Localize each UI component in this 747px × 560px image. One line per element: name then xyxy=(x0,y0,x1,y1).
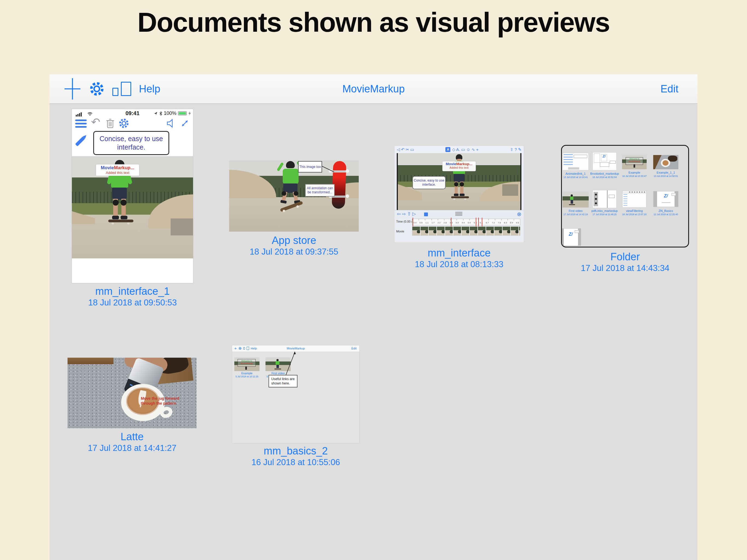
folder-item-date: 17 Jul 2018 at 11:46:25 xyxy=(589,213,620,216)
mini-overlay-line1: Welcome to xyxy=(238,359,255,362)
editor-toolbar: ◁ ↶ ✂ ▭ A ◇ A. ▭ ☺ ∿ + ⇧ ? ✎ xyxy=(394,146,524,153)
document-card-latte[interactable]: Move the jug forward through the pattern xyxy=(68,358,197,428)
folder-item-thumb-brookebot: Z/ xyxy=(593,152,617,170)
folder-card[interactable]: Z/ Welcome to MovieMarkup AnimatedI xyxy=(561,145,689,248)
overlay-subtitle: Added this text xyxy=(442,166,476,169)
document-card-mm_basics_2[interactable]: + Help MovieMarkup Edit W xyxy=(232,345,360,443)
ruler-tick-label: 1.7 xyxy=(432,222,435,224)
document-name: App store xyxy=(229,234,359,247)
overlay-title-red: Markup... xyxy=(456,162,472,166)
folder-item-thumb-viewfiltering xyxy=(622,190,646,207)
skatepark-photo: MovieMarkup... Added this text xyxy=(72,156,193,258)
folder-item-thumb-example_1_1 xyxy=(653,155,678,169)
text-tool-icon: A xyxy=(445,147,450,152)
timeline-panel: Time (0.00 s) Movie 0.00.61.11.72.22.83.… xyxy=(394,218,524,242)
mini-doc-date: 5 Jul 2018 at 10:11:25 xyxy=(232,375,263,378)
ruler-tick-label: 7.8 xyxy=(498,222,501,224)
document-date: 17 Jul 2018 at 14:41:27 xyxy=(68,443,197,453)
editor-right-icons: ⇧ ? ✎ xyxy=(510,147,521,152)
timeline-control-bar: ⇦ ⇨ ⇧ ▷ ⊗ xyxy=(394,210,524,218)
document-label: Latte 17 Jul 2018 at 14:41:27 xyxy=(68,430,197,453)
moviemarkup-overlay-label: MovieMarkup... Added this text xyxy=(96,164,139,176)
folder-item-thumb-znbasics: Z/ xyxy=(653,191,678,207)
folder-item-name: Brookebot_markedup xyxy=(589,172,620,176)
folder-item-date: 16 Jul 2018 at 20:52:04 xyxy=(589,176,620,179)
ruler-tick-label: 6.7 xyxy=(486,222,489,224)
annotation-box: Useful links are shown here. xyxy=(268,375,298,387)
speaker-icon xyxy=(167,119,176,128)
phone-status-bar: 09:41 100% xyxy=(72,109,193,117)
mini-app-toolbar: + Help MovieMarkup Edit xyxy=(232,345,359,352)
editor-toolbar: ↶ xyxy=(72,117,193,130)
document-card-mm_interface[interactable]: ◁ ↶ ✂ ▭ A ◇ A. ▭ ☺ ∿ + ⇧ ? ✎ xyxy=(394,146,524,242)
video-edge-bar xyxy=(397,153,398,210)
editor-center-icons: A ◇ A. ▭ ☺ ∿ + xyxy=(445,147,479,152)
document-name: Folder xyxy=(561,251,689,263)
document-label: mm_basics_2 16 Jul 2018 at 10:55:06 xyxy=(232,444,360,467)
overlay-title-red: Markup... xyxy=(114,165,134,170)
location-arrow-icon xyxy=(154,111,158,116)
battery-icon xyxy=(178,111,187,116)
annotation-box: This image too xyxy=(298,161,322,173)
playhead-marker xyxy=(482,218,482,228)
ruler-tick-label: 5.0 xyxy=(468,222,470,224)
document-date: 17 Jul 2018 at 14:43:34 xyxy=(561,263,689,273)
folder-item-name: ZN_Basics xyxy=(650,209,681,213)
ruler-tick-label: 2.8 xyxy=(443,222,446,224)
screenshot-root: Documents shown as visual previews Help xyxy=(0,0,747,560)
mini-doc-name: Example xyxy=(234,372,259,375)
edit-button[interactable]: Edit xyxy=(661,83,678,95)
mini-edit-label: Edit xyxy=(351,347,357,350)
document-card-app-store[interactable]: This image too All annotation can be tra… xyxy=(229,160,359,232)
concrete-ledge xyxy=(171,219,193,235)
document-card-mm_interface_1[interactable]: 09:41 100% xyxy=(72,109,193,283)
timeline-nav-icons: ⇦ ⇨ ⇧ ▷ xyxy=(397,211,416,217)
document-label: Folder 17 Jul 2018 at 14:43:34 xyxy=(561,251,689,273)
playhead-marker xyxy=(478,218,479,228)
battery-percent: 100% xyxy=(164,110,176,116)
resize-arrows-icon xyxy=(180,119,189,128)
overlay-title-blue: Movie xyxy=(101,165,114,170)
document-date: 16 Jul 2018 at 10:55:06 xyxy=(232,457,360,467)
folder-item-thumb-animatedink xyxy=(562,153,589,170)
document-date: 18 Jul 2018 at 08:13:33 xyxy=(394,259,524,269)
mini-app-title: MovieMarkup xyxy=(232,347,359,350)
overlay-title-blue: Movie xyxy=(446,162,456,166)
folder-item-date: 13 Jul 2018 at 14:50:01 xyxy=(650,175,681,177)
ruler-tick-label: 0.6 xyxy=(419,222,422,224)
menu-icon xyxy=(75,120,87,128)
red-annotation-text: Move the jug forward through the pattern xyxy=(141,396,186,406)
document-name: Latte xyxy=(68,430,197,443)
playhead-marker xyxy=(451,218,452,228)
document-label: mm_interface 18 Jul 2018 at 08:13:33 xyxy=(394,247,524,269)
page-title: Documents shown as visual previews xyxy=(0,6,747,38)
ruler-tick-label: 0.0 xyxy=(413,222,416,224)
mini-overlay-line1: Welcome to xyxy=(626,157,643,160)
skatepark-photo: This image too All annotation can be tra… xyxy=(229,160,359,232)
video-edge-bar xyxy=(520,153,521,210)
folder-item-date: 12 Jul 2018 at 12:25:40 xyxy=(650,213,681,216)
overlay-subtitle: Added this text xyxy=(96,171,139,175)
folder-item-thumb-firstvideo xyxy=(562,192,589,207)
folder-item-name: AnimatedInk_1 xyxy=(562,172,589,176)
moviemarkup-overlay-label: MovieMarkup... Added this text xyxy=(442,161,476,171)
undo-icon: ↶ xyxy=(91,116,100,128)
ruler-tick-label: 4.4 xyxy=(462,222,465,224)
document-label: App store 18 Jul 2018 at 09:37:55 xyxy=(229,234,359,257)
folder-item-thumb-pdflinks xyxy=(593,190,617,208)
trash-icon xyxy=(106,119,114,128)
playhead-marker xyxy=(413,218,413,228)
folder-item-name: pdfLinks_markedup xyxy=(589,209,620,213)
stop-button-icon xyxy=(424,212,428,216)
mini-overlay-line2: MovieMarkup xyxy=(626,160,643,163)
settings-gear-icon xyxy=(119,118,129,129)
ruler-tick-label: 9.6 xyxy=(516,222,519,224)
skater-figure xyxy=(451,154,467,200)
annotation-connector-line xyxy=(229,160,359,232)
ruler-tick-label: 1.1 xyxy=(426,222,429,224)
grip-handle-icon xyxy=(455,212,462,216)
wood-board xyxy=(68,358,113,364)
folder-item-thumb-example: Welcome to MovieMarkup xyxy=(622,155,647,169)
folder-item-date: 16 Jul 2018 at 10:33:47 xyxy=(619,175,650,177)
timeline-ruler: 0.00.61.11.72.22.83.33.94.45.05.66.16.77… xyxy=(412,219,520,225)
